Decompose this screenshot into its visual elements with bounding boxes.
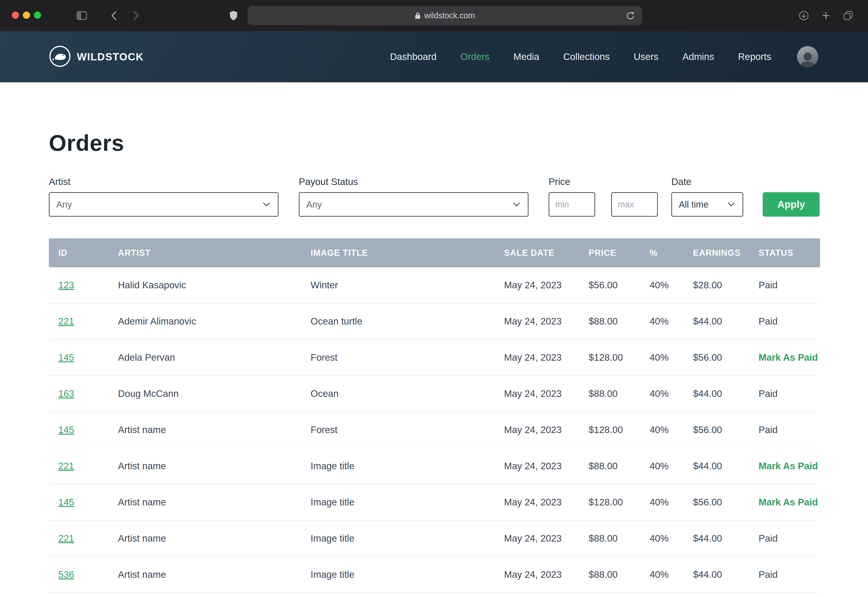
sidebar-toggle-button[interactable] bbox=[76, 0, 88, 31]
orders-table: IDARTISTIMAGE TITLESALE DATEPRICE%EARNIN… bbox=[49, 238, 820, 593]
sale-date: May 24, 2023 bbox=[504, 280, 589, 291]
artist-filter-value: Any bbox=[56, 199, 72, 209]
sale-date: May 24, 2023 bbox=[504, 460, 589, 471]
artist-name: Adela Pervan bbox=[118, 352, 311, 363]
mark-as-paid-link[interactable]: Mark As Paid bbox=[758, 460, 818, 471]
apply-button[interactable]: Apply bbox=[763, 192, 820, 217]
table-body: 123Halid KasapovicWinterMay 24, 2023$56.… bbox=[49, 267, 820, 593]
order-id-link[interactable]: 123 bbox=[58, 280, 74, 290]
order-id-cell: 163 bbox=[49, 388, 118, 399]
sidebar-toggle-icon bbox=[77, 11, 87, 20]
nav-item-admins[interactable]: Admins bbox=[683, 51, 714, 62]
column-header: EARNINGS bbox=[693, 248, 758, 258]
mark-as-paid-link[interactable]: Mark As Paid bbox=[758, 352, 818, 363]
date-filter-value: All time bbox=[679, 199, 708, 209]
url-text: wildstock.com bbox=[424, 11, 475, 20]
user-avatar[interactable] bbox=[797, 46, 818, 67]
wildstock-logo-icon bbox=[49, 45, 71, 68]
image-title: Image title bbox=[311, 569, 504, 580]
mark-as-paid-link[interactable]: Mark As Paid bbox=[758, 497, 818, 508]
percentage: 40% bbox=[650, 280, 693, 291]
chevron-down-icon bbox=[513, 202, 520, 206]
nav-item-dashboard[interactable]: Dashboard bbox=[390, 51, 437, 62]
image-title: Image title bbox=[311, 460, 504, 471]
sale-date: May 24, 2023 bbox=[504, 497, 589, 508]
zoom-button[interactable] bbox=[34, 12, 41, 19]
payout-status-filter-label: Payout Status bbox=[299, 177, 358, 187]
chevron-down-icon bbox=[727, 202, 735, 206]
page-content: Orders Artist Any Payout Status Any Pric… bbox=[0, 129, 868, 593]
status-cell: Mark As Paid bbox=[758, 497, 820, 508]
column-header: ARTIST bbox=[118, 248, 311, 258]
payout-status-filter-select[interactable]: Any bbox=[299, 192, 529, 217]
chevron-down-icon bbox=[263, 202, 270, 206]
status-paid-label: Paid bbox=[758, 569, 820, 580]
back-button[interactable] bbox=[108, 0, 120, 31]
column-header: PRICE bbox=[589, 248, 650, 258]
filters-bar: Artist Any Payout Status Any Price Date … bbox=[49, 177, 820, 217]
image-title: Image title bbox=[311, 533, 504, 544]
order-id-cell: 221 bbox=[49, 316, 118, 327]
earnings: $56.00 bbox=[693, 497, 758, 508]
status-paid-label: Paid bbox=[758, 425, 820, 435]
nav-item-collections[interactable]: Collections bbox=[563, 51, 610, 62]
order-id-cell: 221 bbox=[49, 533, 118, 544]
price-max-input[interactable] bbox=[612, 193, 657, 216]
order-id-link[interactable]: 145 bbox=[58, 352, 74, 363]
browser-toolbar: wildstock.com bbox=[0, 0, 868, 31]
percentage: 40% bbox=[650, 460, 693, 471]
page-title: Orders bbox=[49, 129, 820, 156]
column-header: ID bbox=[49, 248, 118, 258]
lock-icon bbox=[415, 12, 421, 19]
order-id-link[interactable]: 536 bbox=[58, 569, 74, 580]
nav-item-users[interactable]: Users bbox=[634, 51, 658, 62]
earnings: $44.00 bbox=[693, 460, 758, 471]
date-filter-label: Date bbox=[671, 177, 692, 187]
nav-links: DashboardOrdersMediaCollectionsUsersAdmi… bbox=[390, 51, 771, 62]
nav-item-reports[interactable]: Reports bbox=[738, 51, 771, 62]
nav-item-media[interactable]: Media bbox=[513, 51, 539, 62]
sale-date: May 24, 2023 bbox=[504, 425, 589, 435]
column-header: IMAGE TITLE bbox=[311, 248, 504, 258]
percentage: 40% bbox=[650, 425, 693, 435]
address-bar[interactable]: wildstock.com bbox=[247, 6, 642, 25]
image-title: Forest bbox=[311, 352, 504, 363]
order-id-link[interactable]: 221 bbox=[58, 316, 74, 327]
price: $88.00 bbox=[589, 533, 650, 544]
tab-overview-button[interactable] bbox=[842, 0, 855, 31]
artist-name: Artist name bbox=[118, 425, 311, 435]
artist-filter-select[interactable]: Any bbox=[49, 192, 278, 217]
minimize-button[interactable] bbox=[23, 12, 30, 19]
close-button[interactable] bbox=[12, 12, 19, 19]
nav-item-orders[interactable]: Orders bbox=[461, 51, 489, 62]
artist-name: Doug McCann bbox=[118, 388, 311, 399]
order-id-link[interactable]: 145 bbox=[58, 497, 74, 508]
artist-name: Artist name bbox=[118, 497, 311, 508]
earnings: $44.00 bbox=[693, 388, 758, 399]
order-id-link[interactable]: 145 bbox=[58, 425, 74, 435]
image-title: Image title bbox=[311, 497, 504, 508]
earnings: $28.00 bbox=[693, 280, 758, 291]
new-tab-button[interactable] bbox=[820, 0, 832, 31]
date-filter-select[interactable]: All time bbox=[671, 192, 743, 217]
table-row: 145Artist nameForestMay 24, 2023$128.004… bbox=[49, 412, 820, 448]
earnings: $44.00 bbox=[693, 533, 758, 544]
back-icon bbox=[111, 11, 117, 20]
order-id-link[interactable]: 221 bbox=[58, 460, 74, 471]
status-cell: Mark As Paid bbox=[758, 352, 820, 363]
privacy-report-button[interactable] bbox=[227, 0, 240, 31]
price-min-field bbox=[549, 192, 595, 217]
order-id-cell: 145 bbox=[49, 352, 118, 363]
order-id-link[interactable]: 163 bbox=[58, 388, 74, 399]
table-row: 221Artist nameImage titleMay 24, 2023$88… bbox=[49, 521, 820, 557]
forward-button[interactable] bbox=[130, 0, 142, 31]
percentage: 40% bbox=[650, 316, 693, 327]
price: $128.00 bbox=[589, 352, 650, 363]
main-nav: WILDSTOCK DashboardOrdersMediaCollection… bbox=[0, 31, 868, 82]
price-min-input[interactable] bbox=[549, 193, 594, 216]
price: $88.00 bbox=[589, 316, 650, 327]
order-id-link[interactable]: 221 bbox=[58, 533, 74, 544]
downloads-button[interactable] bbox=[797, 0, 810, 31]
brand-logo[interactable]: WILDSTOCK bbox=[49, 45, 144, 68]
reload-button[interactable] bbox=[624, 6, 637, 25]
